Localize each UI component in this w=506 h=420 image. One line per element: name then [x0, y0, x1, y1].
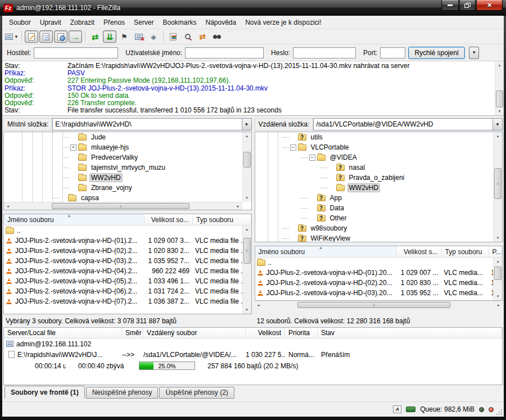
- tab-successful-transfers[interactable]: Úspěšné přenosy (2): [159, 387, 234, 399]
- menu-zobrazit[interactable]: Zobrazit: [66, 17, 99, 28]
- local-file-row[interactable]: JOJ-Plus-2.-svetová-vojna-v-HD-(07).2...…: [4, 296, 242, 306]
- remote-tree-item[interactable]: Pravda_o_zabijeni: [255, 173, 494, 183]
- chevron-down-icon[interactable]: ▼: [242, 119, 251, 130]
- queue-col-size-header[interactable]: Velikost: [246, 328, 285, 338]
- menu-new-version[interactable]: Nová verze je k dispozici!: [241, 17, 326, 28]
- message-log[interactable]: Stav:Začínám E:\!rapidsh\avi\WW2vHD\JOJ-…: [2, 61, 504, 116]
- local-file-row[interactable]: JOJ-Plus-2.-svetová-vojna-v-HD-(01).2...…: [4, 236, 242, 246]
- minimize-button[interactable]: [441, 0, 459, 11]
- local-tree-item[interactable]: Jude: [4, 132, 242, 142]
- reconnect-button[interactable]: ◈: [147, 30, 160, 43]
- local-file-row[interactable]: JOJ-Plus-2.-svetová-vojna-v-HD-(05).2...…: [4, 276, 242, 286]
- host-input[interactable]: [34, 47, 118, 58]
- queue-col-priority-header[interactable]: Priorita: [285, 328, 318, 338]
- local-file-row[interactable]: ..: [4, 225, 242, 236]
- local-file-list[interactable]: .. JOJ-Plus-2.-svetová-vojna-v-HD-(01).2…: [3, 225, 252, 314]
- username-input[interactable]: [185, 47, 264, 58]
- remote-col-name-header[interactable]: Jméno souboru▲: [255, 246, 397, 257]
- restore-button[interactable]: [459, 0, 476, 11]
- remote-tree-item[interactable]: App: [255, 193, 494, 203]
- local-tree-item[interactable]: capsa: [4, 193, 242, 202]
- resize-grip[interactable]: [496, 409, 503, 416]
- refresh-button[interactable]: ⇄: [88, 30, 102, 43]
- collapse-minus-icon[interactable]: −: [290, 144, 296, 151]
- menu-soubor[interactable]: Soubor: [4, 17, 35, 28]
- speed-limits-icon[interactable]: [406, 407, 415, 412]
- menu-server[interactable]: Server: [129, 17, 158, 28]
- local-file-row[interactable]: JOJ-Plus-2.-svetová-vojna-v-HD-(04).2...…: [4, 266, 242, 276]
- remote-tree-item[interactable]: WiFiKeyView: [255, 233, 494, 242]
- remote-col-size-header[interactable]: Velikost s...: [397, 246, 442, 257]
- expand-plus-icon[interactable]: +: [70, 144, 76, 151]
- local-file-row[interactable]: JOJ-Plus-2.-svetová-vojna-v-HD-(03).2...…: [4, 256, 242, 266]
- local-col-size-header[interactable]: Velikost so...: [144, 214, 193, 225]
- process-queue-button[interactable]: ⇊: [103, 30, 116, 43]
- remote-tree-item-selected[interactable]: WW2vHD: [255, 183, 494, 193]
- synchronized-browsing-button[interactable]: ⇄: [196, 30, 209, 43]
- local-tree-item[interactable]: +mluaeyje-hjs: [4, 142, 242, 152]
- local-tree-item[interactable]: tajemstvi_mrtvych_muzu: [4, 162, 242, 173]
- remote-tree-item[interactable]: −VLCPortable: [255, 142, 494, 152]
- disconnect-button[interactable]: ✕: [132, 30, 146, 43]
- menu-upravit[interactable]: Upravit: [35, 17, 66, 28]
- transfer-queue[interactable]: Server/Local file Směr Vzdálený soubor V…: [3, 327, 503, 385]
- menu-napoveda[interactable]: Nápověda: [201, 17, 241, 28]
- chevron-down-icon[interactable]: ▼: [493, 119, 502, 130]
- menu-bookmarks[interactable]: Bookmarks: [158, 17, 201, 28]
- local-tree-item[interactable]: Zbrane_vojny: [4, 183, 242, 193]
- remote-tree-item[interactable]: nasal: [255, 162, 494, 173]
- remote-tree-item[interactable]: −@VIDEA: [255, 152, 494, 162]
- remote-tree-item[interactable]: Other: [255, 213, 494, 223]
- remote-list-hscrollbar[interactable]: ◄≡►: [255, 301, 503, 309]
- find-files-button[interactable]: [210, 30, 224, 43]
- log-scrollbar[interactable]: ▲▼: [495, 61, 504, 115]
- cancel-operation-button[interactable]: ⚑: [118, 30, 131, 43]
- remote-path-combo[interactable]: /sda1/VLCPortable/@VIDEA/WW2vHD ▼: [313, 118, 503, 130]
- scroll-up-icon[interactable]: ▲: [495, 61, 504, 69]
- queue-server-row[interactable]: admin@192.168.111.102: [4, 338, 502, 349]
- scroll-down-icon[interactable]: ▼: [495, 107, 504, 115]
- menu-prenos[interactable]: Přenos: [99, 17, 129, 28]
- password-input[interactable]: [293, 47, 356, 58]
- remote-tree-item[interactable]: w98soubory: [255, 223, 494, 233]
- toggle-transfer-queue-button[interactable]: →: [69, 30, 82, 43]
- port-input[interactable]: [380, 47, 405, 58]
- tab-failed-transfers[interactable]: Neúspěšné přenosy: [86, 387, 159, 399]
- transfer-type-icon[interactable]: A: [393, 405, 401, 413]
- queue-col-status-header[interactable]: Stav: [318, 328, 502, 338]
- local-tree-vscrollbar[interactable]: ▲▼: [242, 132, 251, 202]
- site-manager-button[interactable]: ▼: [5, 30, 19, 43]
- queue-col-direction-header[interactable]: Směr: [122, 328, 143, 338]
- remote-file-row[interactable]: JOJ-Plus-2.-svetová-vojna-v-HD-(03).20..…: [255, 288, 494, 298]
- queue-transfer-row[interactable]: E:\!rapidsh\avi\WW2vHD\J... -->> /sda1/V…: [4, 349, 502, 360]
- remote-col-type-header[interactable]: Typ souboru: [442, 246, 489, 257]
- toggle-remote-tree-button[interactable]: [54, 30, 67, 43]
- remote-tree-item[interactable]: utils: [255, 132, 494, 142]
- directory-comparison-button[interactable]: [181, 30, 195, 43]
- local-col-name-header[interactable]: Jméno souboru▲: [4, 214, 144, 225]
- toggle-local-tree-button[interactable]: [39, 30, 53, 43]
- local-list-vscrollbar[interactable]: ▲≡▼: [242, 225, 251, 314]
- local-col-type-header[interactable]: Typ souboru: [193, 214, 251, 225]
- queue-col-local-header[interactable]: Server/Local file: [4, 328, 122, 338]
- remote-tree[interactable]: utils −VLCPortable −@VIDEA nasal Pravda_…: [255, 132, 503, 242]
- title-bar[interactable]: Fz admin@192.168.111.102 - FileZilla ✕: [0, 0, 506, 16]
- toggle-message-log-button[interactable]: [25, 30, 38, 43]
- local-tree-hscrollbar[interactable]: ◄≡►: [4, 202, 242, 210]
- quickconnect-dropdown-button[interactable]: ▼: [469, 47, 479, 59]
- local-file-row[interactable]: JOJ-Plus-2.-svetová-vojna-v-HD-(02).2...…: [4, 246, 242, 256]
- close-button[interactable]: ✕: [476, 0, 503, 11]
- remote-tree-item[interactable]: Data: [255, 203, 494, 213]
- local-file-row[interactable]: JOJ-Plus-2.-svetová-vojna-v-HD-(06).2...…: [4, 286, 242, 296]
- collapse-minus-icon[interactable]: −: [309, 155, 315, 161]
- local-path-combo[interactable]: E:\!rapidsh\avi\WW2vHD\ ▼: [52, 118, 251, 130]
- local-tree[interactable]: Jude +mluaeyje-hjs PredvecerValky tajems…: [3, 132, 252, 210]
- remote-tree-vscrollbar[interactable]: ▲≡▼: [493, 132, 502, 242]
- remote-file-row[interactable]: ..: [255, 258, 494, 268]
- remote-file-list[interactable]: .. JOJ-Plus-2.-svetová-vojna-v-HD-(01).2…: [255, 258, 503, 301]
- directory-filters-button[interactable]: [166, 30, 180, 43]
- local-tree-item[interactable]: PredvecerValky: [4, 152, 242, 162]
- remote-col-modified-header[interactable]: P...: [489, 246, 503, 257]
- remote-file-row[interactable]: JOJ-Plus-2.-svetová-vojna-v-HD-(01).20..…: [255, 268, 494, 278]
- local-tree-item-selected[interactable]: WW2vHD: [4, 173, 242, 183]
